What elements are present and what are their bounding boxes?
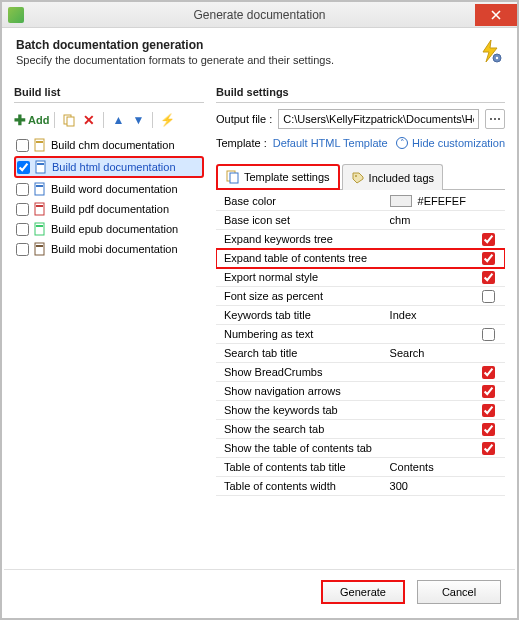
- property-row[interactable]: Show the table of contents tab: [216, 439, 505, 458]
- output-file-browse-button[interactable]: ⋯: [485, 109, 505, 129]
- property-value: 300: [390, 480, 408, 492]
- build-item-checkbox[interactable]: [16, 243, 29, 256]
- add-button[interactable]: ✚Add: [14, 112, 49, 128]
- property-value: chm: [390, 214, 411, 226]
- property-checkbox[interactable]: [482, 290, 495, 303]
- property-row[interactable]: Table of contents width300: [216, 477, 505, 496]
- list-item[interactable]: Build chm documentation: [14, 135, 204, 155]
- property-row[interactable]: Show the keywords tab: [216, 401, 505, 420]
- template-link[interactable]: Default HTML Template: [273, 137, 388, 149]
- svg-point-1: [496, 57, 498, 59]
- property-row[interactable]: Table of contents tab titleContents: [216, 458, 505, 477]
- list-item[interactable]: Build epub documentation: [14, 219, 204, 239]
- property-value: #EFEFEF: [418, 195, 466, 207]
- property-checkbox[interactable]: [482, 404, 495, 417]
- property-row[interactable]: Font size as percent: [216, 287, 505, 306]
- delete-button[interactable]: ✕: [80, 111, 98, 129]
- build-item-checkbox[interactable]: [16, 223, 29, 236]
- property-key: Font size as percent: [216, 288, 384, 304]
- cancel-label: Cancel: [442, 586, 476, 598]
- file-icon: [34, 160, 48, 174]
- property-value: Index: [390, 309, 417, 321]
- title-bar: Generate documentation: [2, 2, 517, 28]
- dialog-header: Batch documentation generation Specify t…: [2, 28, 517, 80]
- property-key: Table of contents width: [216, 478, 384, 494]
- svg-rect-3: [67, 117, 74, 126]
- dialog-footer: Generate Cancel: [4, 569, 515, 618]
- hide-customization-link[interactable]: ˄ Hide customization: [396, 137, 505, 149]
- duplicate-button[interactable]: [60, 111, 78, 129]
- color-swatch: [390, 195, 412, 207]
- svg-rect-12: [35, 223, 44, 235]
- property-row[interactable]: Keywords tab titleIndex: [216, 306, 505, 325]
- svg-rect-15: [36, 245, 43, 247]
- property-key: Keywords tab title: [216, 307, 384, 323]
- file-icon: [33, 138, 47, 152]
- svg-rect-5: [36, 141, 43, 143]
- property-row[interactable]: Show navigation arrows: [216, 382, 505, 401]
- property-row[interactable]: Base color#EFEFEF: [216, 192, 505, 211]
- property-checkbox[interactable]: [482, 252, 495, 265]
- svg-rect-8: [35, 183, 44, 195]
- property-key: Search tab title: [216, 345, 384, 361]
- build-item-checkbox[interactable]: [16, 139, 29, 152]
- property-value: Search: [390, 347, 425, 359]
- property-row[interactable]: Search tab titleSearch: [216, 344, 505, 363]
- file-icon: [33, 222, 47, 236]
- build-item-label: Build pdf documentation: [51, 203, 169, 215]
- list-item[interactable]: Build html documentation: [14, 156, 204, 178]
- svg-rect-17: [230, 173, 238, 183]
- move-down-button[interactable]: ▼: [129, 111, 147, 129]
- list-item[interactable]: Build word documentation: [14, 179, 204, 199]
- property-row[interactable]: Base icon setchm: [216, 211, 505, 230]
- svg-rect-11: [36, 205, 43, 207]
- property-row[interactable]: Expand keywords tree: [216, 230, 505, 249]
- list-item[interactable]: Build mobi documentation: [14, 239, 204, 259]
- build-item-checkbox[interactable]: [16, 183, 29, 196]
- svg-rect-14: [35, 243, 44, 255]
- tab-included-tags[interactable]: Included tags: [342, 164, 443, 190]
- build-item-checkbox[interactable]: [16, 203, 29, 216]
- more-button[interactable]: ⚡: [158, 111, 176, 129]
- property-checkbox[interactable]: [482, 385, 495, 398]
- property-row[interactable]: Numbering as text: [216, 325, 505, 344]
- property-key: Base icon set: [216, 212, 384, 228]
- svg-rect-13: [36, 225, 43, 227]
- output-file-input[interactable]: [278, 109, 479, 129]
- tab-template-settings-label: Template settings: [244, 171, 330, 183]
- build-item-checkbox[interactable]: [17, 161, 30, 174]
- property-checkbox[interactable]: [482, 366, 495, 379]
- property-row[interactable]: Show BreadCrumbs: [216, 363, 505, 382]
- property-checkbox[interactable]: [482, 233, 495, 246]
- list-item[interactable]: Build pdf documentation: [14, 199, 204, 219]
- settings-tabs: Template settings Included tags: [216, 163, 505, 190]
- file-icon: [33, 242, 47, 256]
- svg-point-18: [355, 175, 357, 177]
- cancel-button[interactable]: Cancel: [417, 580, 501, 604]
- property-checkbox[interactable]: [482, 442, 495, 455]
- generate-button[interactable]: Generate: [321, 580, 405, 604]
- lightning-icon: [477, 38, 503, 64]
- property-row[interactable]: Show the search tab: [216, 420, 505, 439]
- file-icon: [33, 182, 47, 196]
- property-grid: Base color#EFEFEFBase icon setchmExpand …: [216, 192, 505, 563]
- svg-rect-9: [36, 185, 43, 187]
- tab-template-settings[interactable]: Template settings: [216, 164, 340, 190]
- build-list-title: Build list: [14, 80, 204, 103]
- file-icon: [33, 202, 47, 216]
- property-checkbox[interactable]: [482, 328, 495, 341]
- property-key: Expand table of contents tree: [216, 250, 384, 266]
- build-list-toolbar: ✚Add ✕ ▲ ▼ ⚡: [14, 109, 204, 135]
- move-up-button[interactable]: ▲: [109, 111, 127, 129]
- property-key: Numbering as text: [216, 326, 384, 342]
- property-row[interactable]: Expand table of contents tree: [216, 249, 505, 268]
- build-settings-title: Build settings: [216, 80, 505, 103]
- build-item-label: Build epub documentation: [51, 223, 178, 235]
- header-subtitle: Specify the documentation formats to gen…: [16, 54, 503, 66]
- property-checkbox[interactable]: [482, 271, 495, 284]
- property-key: Export normal style: [216, 269, 384, 285]
- property-row[interactable]: Export normal style: [216, 268, 505, 287]
- property-checkbox[interactable]: [482, 423, 495, 436]
- svg-rect-10: [35, 203, 44, 215]
- property-key: Table of contents tab title: [216, 459, 384, 475]
